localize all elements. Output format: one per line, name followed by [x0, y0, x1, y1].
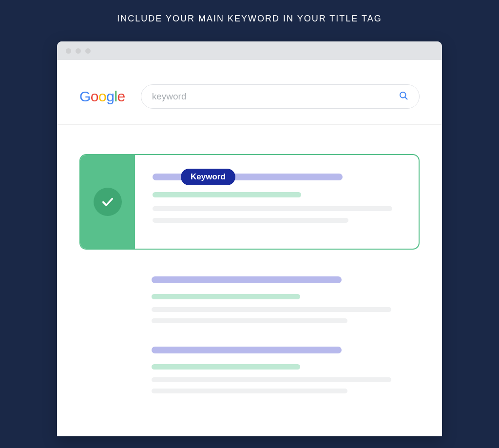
- logo-letter: g: [106, 89, 114, 104]
- result-content: Keyword: [135, 155, 419, 249]
- google-logo: G o o g l e: [79, 89, 125, 104]
- highlighted-result: Keyword: [79, 154, 420, 250]
- browser-window: G o o g l e keyword: [57, 41, 442, 436]
- keyword-pill: Keyword: [181, 169, 235, 185]
- search-input[interactable]: keyword: [141, 84, 420, 109]
- search-icon[interactable]: [399, 91, 408, 102]
- result-description-line: [153, 206, 392, 211]
- result-description-line: [152, 377, 391, 382]
- search-query-text: keyword: [152, 91, 187, 102]
- result-title-line: [152, 347, 342, 353]
- highlight-badge-area: [80, 155, 135, 249]
- logo-letter: o: [98, 89, 106, 104]
- check-badge: [94, 188, 122, 216]
- result-description-line: [152, 318, 347, 323]
- window-control-minimize[interactable]: [76, 48, 81, 54]
- result-title-line: [152, 276, 342, 283]
- logo-letter: o: [91, 89, 98, 104]
- search-header: G o o g l e keyword: [57, 60, 442, 125]
- svg-line-1: [405, 97, 407, 99]
- result-url-line: [153, 192, 301, 197]
- search-result: [79, 276, 420, 323]
- search-result: [79, 347, 420, 393]
- window-control-close[interactable]: [66, 48, 71, 54]
- result-description-line: [152, 389, 347, 393]
- result-description-line: [152, 307, 391, 312]
- result-url-line: [152, 294, 300, 299]
- result-title-line: Keyword: [153, 174, 343, 180]
- result-url-line: [152, 364, 300, 370]
- result-description-line: [153, 218, 348, 223]
- logo-letter: e: [117, 89, 125, 104]
- search-results: Keyword: [57, 125, 442, 436]
- check-icon: [101, 195, 115, 209]
- browser-titlebar: [57, 41, 442, 60]
- page-heading: INCLUDE YOUR MAIN KEYWORD IN YOUR TITLE …: [0, 0, 499, 24]
- window-control-maximize[interactable]: [85, 48, 91, 54]
- logo-letter: G: [79, 89, 91, 104]
